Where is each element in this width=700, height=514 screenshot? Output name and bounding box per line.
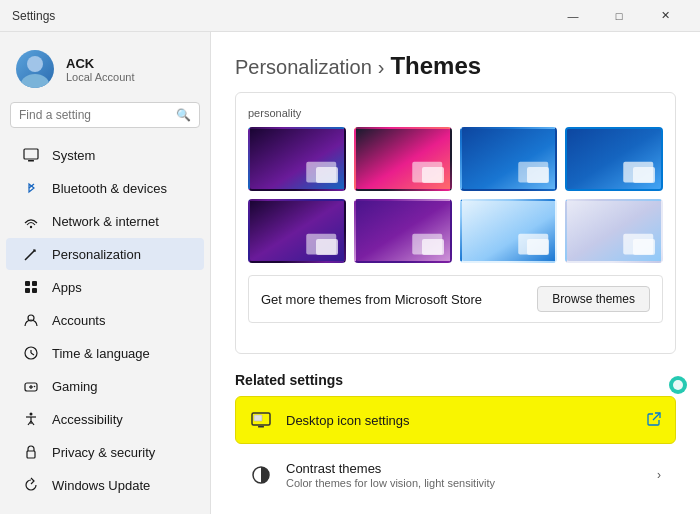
system-icon [22,146,40,164]
svg-rect-26 [356,129,450,189]
sidebar-item-label-accounts: Accounts [52,313,105,328]
svg-line-13 [31,353,34,355]
settings-item-contrast-themes[interactable]: Contrast themes Color themes for low vis… [235,448,676,502]
windows-update-icon [22,476,40,494]
sidebar-item-label-bluetooth: Bluetooth & devices [52,181,167,196]
accounts-icon [22,311,40,329]
sidebar-item-bluetooth[interactable]: Bluetooth & devices [6,172,204,204]
sidebar-item-gaming[interactable]: Gaming [6,370,204,402]
svg-point-1 [21,74,49,88]
sidebar-item-label-system: System [52,148,95,163]
theme-item-1[interactable] [248,127,346,191]
svg-rect-23 [27,451,35,458]
svg-rect-27 [412,162,442,183]
external-link-icon [647,412,661,429]
desktop-icon-text: Desktop icon settings [286,411,633,429]
themes-grid [248,127,663,263]
sidebar-item-network[interactable]: Network & internet [6,205,204,237]
titlebar-controls: — □ ✕ [550,0,688,32]
sidebar-item-accessibility[interactable]: Accessibility [6,403,204,435]
sidebar-item-label-time: Time & language [52,346,150,361]
svg-rect-35 [412,234,442,255]
svg-point-4 [30,226,32,228]
maximize-button[interactable]: □ [596,0,642,32]
svg-rect-31 [624,162,654,183]
sidebar: ACK Local Account 🔍 System Bluetooth & d… [0,32,210,514]
titlebar-title: Settings [12,9,550,23]
svg-rect-8 [25,288,30,293]
sidebar-item-label-network: Network & internet [52,214,159,229]
theme-item-5[interactable] [248,199,346,263]
bluetooth-icon [22,179,40,197]
svg-rect-6 [25,281,30,286]
user-section: ACK Local Account [0,40,210,102]
svg-rect-33 [306,234,336,255]
related-settings: Related settings Desktop icon settings [235,372,676,502]
user-info: ACK Local Account [66,56,135,83]
avatar [16,50,54,88]
theme-item-2[interactable] [354,127,452,191]
svg-rect-7 [32,281,37,286]
sidebar-item-label-privacy: Privacy & security [52,445,155,460]
sidebar-item-time[interactable]: Time & language [6,337,204,369]
accessibility-icon [22,410,40,428]
theme-item-6[interactable] [354,199,452,263]
breadcrumb-parent: Personalization [235,56,372,79]
svg-rect-30 [567,129,661,189]
user-sub: Local Account [66,71,135,83]
svg-rect-29 [518,162,548,183]
user-name: ACK [66,56,135,71]
svg-rect-3 [28,160,34,162]
svg-rect-37 [518,234,548,255]
store-row: Get more themes from Microsoft Store Bro… [248,275,663,323]
breadcrumb-separator: › [378,56,385,79]
contrast-icon [250,464,272,486]
svg-rect-2 [24,149,38,159]
search-box[interactable]: 🔍 [10,102,200,128]
desktop-icon-title: Desktop icon settings [286,413,410,428]
settings-item-desktop-icon[interactable]: Desktop icon settings [235,396,676,444]
sidebar-item-windows-update[interactable]: Windows Update [6,469,204,501]
minimize-button[interactable]: — [550,0,596,32]
sidebar-item-label-personalization: Personalization [52,247,141,262]
sidebar-item-apps[interactable]: Apps [6,271,204,303]
browse-themes-button[interactable]: Browse themes [537,286,650,312]
sidebar-item-accounts[interactable]: Accounts [6,304,204,336]
sidebar-item-privacy[interactable]: Privacy & security [6,436,204,468]
svg-rect-24 [250,129,344,189]
theme-item-3[interactable] [460,127,558,191]
close-button[interactable]: ✕ [642,0,688,32]
titlebar: Settings — □ ✕ [0,0,700,32]
network-icon [22,212,40,230]
svg-point-18 [30,413,33,416]
theme-item-8[interactable] [565,199,663,263]
contrast-themes-sub: Color themes for low vision, light sensi… [286,477,643,489]
sidebar-item-personalization[interactable]: Personalization [6,238,204,270]
svg-rect-25 [306,162,336,183]
themes-label: personality [248,107,301,119]
sidebar-item-label-accessibility: Accessibility [52,412,123,427]
main-content: Personalization › Themes personality [210,32,700,514]
svg-rect-41 [258,426,264,428]
breadcrumb-current: Themes [390,52,481,80]
search-icon: 🔍 [176,108,191,122]
theme-item-4[interactable] [565,127,663,191]
contrast-themes-title: Contrast themes [286,461,643,476]
svg-rect-32 [250,201,344,261]
chevron-right-icon: › [657,468,661,482]
sidebar-item-label-gaming: Gaming [52,379,98,394]
theme-item-7[interactable] [460,199,558,263]
svg-point-0 [27,56,43,72]
svg-rect-28 [462,129,556,189]
search-input[interactable] [19,108,170,122]
svg-rect-42 [254,415,262,421]
svg-line-5 [25,250,35,260]
sidebar-item-label-apps: Apps [52,280,82,295]
contrast-themes-text: Contrast themes Color themes for low vis… [286,461,643,489]
personalization-icon [22,245,40,263]
svg-rect-36 [462,201,556,261]
apps-icon [22,278,40,296]
time-icon [22,344,40,362]
sidebar-item-system[interactable]: System [6,139,204,171]
svg-point-17 [34,386,36,388]
